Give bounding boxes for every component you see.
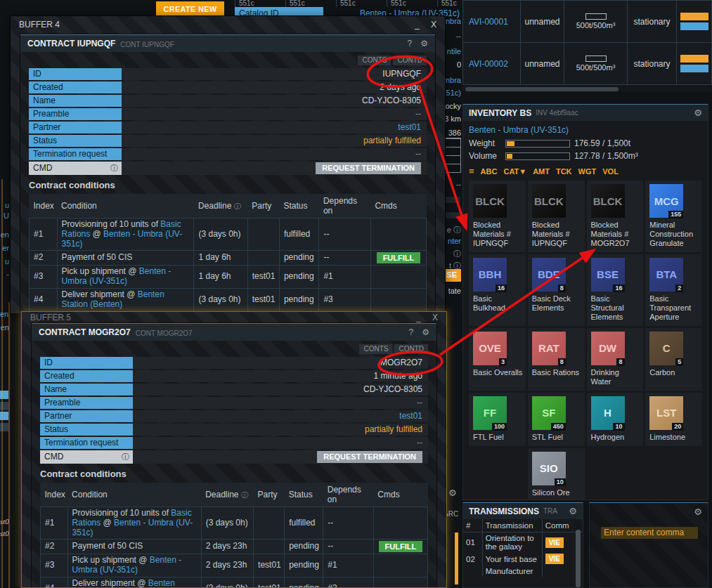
cmd-label: CMDⓘ	[40, 450, 133, 464]
status-cell: pending	[285, 577, 323, 588]
close-icon[interactable]: X	[431, 20, 436, 30]
contract-command: CONT MOGR2O7	[136, 329, 193, 337]
party-cell[interactable]: test01	[247, 288, 279, 311]
vertical-scrollbar[interactable]	[576, 521, 581, 586]
material-tile[interactable]: BDE8Basic Deck Elements	[528, 254, 585, 326]
gear-icon[interactable]: ⚙	[448, 488, 457, 498]
material-tile[interactable]: MCG155Mineral Construction Granulate	[645, 181, 702, 252]
material-tile[interactable]: LST20Limestone	[645, 393, 702, 446]
gear-icon[interactable]: ⚙	[422, 327, 429, 337]
condition-text: Pick up shipment @ Benten - Umbra (UV-35…	[57, 266, 194, 289]
window-titlebar[interactable]: BUFFER 5 _ X	[22, 312, 446, 323]
condition-fragment: Payment of 50 CIS	[62, 252, 133, 262]
material-icon[interactable]: OVE3	[473, 332, 507, 365]
sort-option-cat[interactable]: CAT▼	[503, 167, 526, 176]
sort-option-tck[interactable]: TCK	[556, 167, 572, 176]
command-input[interactable]: Enter content comma	[601, 527, 698, 539]
material-icon[interactable]: BLCK	[473, 184, 507, 218]
material-tile[interactable]: SF450STL Fuel	[528, 393, 585, 446]
depends-on-cell: #3	[319, 288, 370, 311]
sort-option-abc[interactable]: ABC	[481, 167, 498, 176]
party-cell[interactable]: test01	[254, 554, 285, 577]
material-icon[interactable]: BLCK	[532, 184, 566, 218]
view-button[interactable]: VIE	[545, 537, 564, 548]
scrollbar-thumb[interactable]	[465, 87, 619, 91]
contract-field-row: Preamble--	[40, 397, 428, 409]
gear-icon[interactable]: ⚙	[420, 39, 428, 48]
help-icon[interactable]: ?	[409, 327, 414, 337]
material-icon[interactable]: C5	[649, 332, 683, 365]
ship-id-link[interactable]: AVI-00002	[469, 59, 508, 69]
field-value[interactable]: test01	[133, 410, 428, 422]
horizontal-scrollbar[interactable]	[462, 86, 712, 92]
party-cell[interactable]: test01	[254, 577, 285, 588]
sort-option-wgt[interactable]: WGT	[578, 167, 597, 176]
deadline-cell: 1 day 6h	[194, 251, 247, 266]
contd-button[interactable]: CONTD	[393, 55, 427, 65]
ships-table: AVI-00001unnamed500t/500m³stationaryAVI-…	[462, 0, 712, 85]
conts-button[interactable]: CONTS	[358, 55, 391, 65]
material-icon[interactable]: BTA2	[649, 258, 683, 292]
info-icon[interactable]: ⓘ	[241, 491, 248, 499]
request-termination-button[interactable]: REQUEST TERMINATION	[317, 451, 422, 463]
gear-icon[interactable]: ⚙	[694, 507, 702, 517]
condition-fragment: @	[90, 229, 103, 239]
info-icon[interactable]: ⓘ	[122, 452, 129, 462]
help-icon[interactable]: ?	[408, 39, 413, 48]
weight-gauge	[505, 140, 570, 148]
view-button[interactable]: VIE	[545, 554, 564, 564]
info-icon[interactable]: ⓘ	[234, 202, 241, 210]
conts-button[interactable]: CONTS	[359, 344, 392, 354]
material-icon[interactable]: SIO10	[532, 452, 566, 485]
inventory-location-link[interactable]: Benten - Umbra (UV-351c)	[469, 125, 702, 135]
material-tile[interactable]: RAT8Basic Rations	[528, 328, 585, 391]
gear-icon[interactable]: ⚙	[569, 506, 577, 516]
minimize-icon[interactable]: _	[416, 313, 421, 322]
material-tile[interactable]: BLCKBlocked Materials # IUPNGQF	[469, 181, 526, 252]
sort-option-amt[interactable]: AMT	[533, 167, 550, 176]
gear-icon[interactable]: ⚙	[694, 107, 702, 118]
deadline-cell: 1 day 6h	[194, 266, 247, 289]
material-icon[interactable]: BSE16	[591, 258, 625, 292]
window-titlebar[interactable]: BUFFER 4 _ X	[11, 16, 445, 33]
material-icon[interactable]: MCG155	[649, 184, 683, 218]
contd-button[interactable]: CONTD	[394, 344, 428, 354]
material-icon[interactable]: BLCK	[591, 184, 625, 218]
material-tile[interactable]: OVE3Basic Overalls	[469, 328, 526, 391]
material-name: Mineral Construction Granulate	[649, 221, 699, 248]
material-tile[interactable]: BSE16Basic Structural Elements	[587, 254, 644, 326]
material-tile[interactable]: BBH16Basic Bulkhead	[469, 254, 526, 326]
condition-fragment: Deliver shipment @	[72, 578, 148, 588]
material-tile[interactable]: BLCKBlocked Materials # IUPNGQF	[528, 181, 585, 252]
fulfill-button[interactable]: FULFILL	[377, 252, 421, 263]
material-name: Drinking Water	[591, 368, 641, 386]
material-tile[interactable]: BTA2Basic Transparent Aperture	[645, 254, 702, 326]
party-cell[interactable]: test01	[247, 266, 279, 289]
create-new-button[interactable]: CREATE NEW	[156, 1, 224, 16]
material-icon[interactable]: H10	[591, 396, 625, 430]
sort-option-vol[interactable]: VOL	[602, 167, 619, 176]
field-value[interactable]: test01	[122, 122, 427, 133]
condition-row: #2Payment of 50 CIS1 day 6hpending--FULF…	[30, 251, 427, 266]
close-icon[interactable]: X	[432, 313, 438, 322]
request-termination-button[interactable]: REQUEST TERMINATION	[316, 162, 421, 174]
material-icon[interactable]: SF450	[532, 396, 566, 430]
material-icon[interactable]: BBH16	[473, 258, 507, 292]
material-tile[interactable]: C5Carbon	[645, 328, 702, 391]
ship-id-link[interactable]: AVI-00001	[469, 17, 508, 27]
material-tile[interactable]: FF100FTL Fuel	[469, 393, 526, 446]
material-tile[interactable]: H10Hydrogen	[587, 393, 644, 446]
material-icon[interactable]: RAT8	[532, 332, 566, 365]
material-tile[interactable]: DW8Drinking Water	[587, 328, 644, 391]
material-icon[interactable]: BDE8	[532, 258, 566, 292]
material-icon[interactable]: FF100	[473, 396, 507, 430]
material-tile[interactable]: SIO10Silicon Ore	[528, 448, 585, 500]
fulfill-button[interactable]: FULFILL	[379, 541, 423, 552]
material-tile[interactable]: BLCKBlocked Materials # MOGR2O7	[587, 181, 644, 252]
material-icon[interactable]: DW8	[591, 332, 625, 365]
info-icon[interactable]: ⓘ	[110, 163, 118, 174]
scrollbar-thumb[interactable]	[576, 530, 581, 587]
minimize-icon[interactable]: _	[415, 20, 420, 30]
list-icon[interactable]: ≡	[469, 166, 474, 176]
material-icon[interactable]: LST20	[649, 396, 683, 430]
